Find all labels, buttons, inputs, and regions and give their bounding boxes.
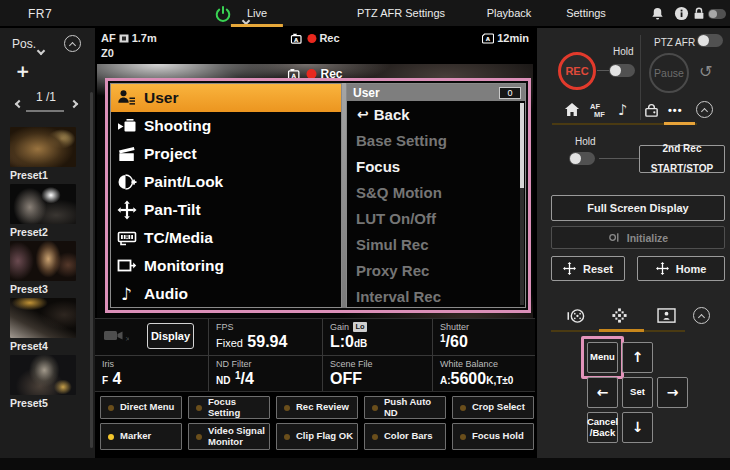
panel-collapse-button[interactable]	[696, 101, 713, 118]
notifications-button[interactable]	[650, 6, 665, 26]
add-preset-button[interactable]: ＋	[13, 61, 32, 80]
tab-audio[interactable]: ♪	[618, 101, 628, 119]
assign-button-push-auto-nd[interactable]: Push Auto ND	[364, 396, 446, 419]
tab-camera[interactable]	[643, 102, 660, 118]
assign-button-focus-setting[interactable]: Focus Setting	[188, 396, 270, 419]
submenu-item-focus[interactable]: Focus	[347, 153, 525, 179]
menu-item-tc-media[interactable]: TC/Media	[111, 224, 341, 252]
tab-af-mf[interactable]: AFMF	[590, 103, 605, 119]
preset-thumbnail	[10, 127, 76, 167]
assign-button-color-bars[interactable]: Color Bars	[364, 423, 446, 450]
assign-button-clip-flag-ok[interactable]: Clip Flag OK	[276, 423, 358, 450]
tab-playback[interactable]: Playback	[487, 0, 532, 26]
initialize-button[interactable]: Initialize	[551, 226, 725, 249]
preset-item-4[interactable]: Preset4	[10, 298, 76, 352]
assign-button-marker[interactable]: Marker	[100, 423, 182, 450]
full-screen-display-button[interactable]: Full Screen Display	[551, 195, 725, 221]
sidebar-scrollbar[interactable]	[90, 92, 93, 448]
tilt-up-button[interactable]: ↑	[622, 342, 653, 373]
fps-cell[interactable]: FPS Fixed 59.94	[208, 319, 322, 355]
tab-live[interactable]: Live	[247, 0, 267, 26]
shutter-cell[interactable]: Shutter 1/60	[432, 319, 535, 355]
assign-button-video-signal-monitor[interactable]: Video Signal Monitor	[188, 423, 270, 450]
assign-button-rec-review[interactable]: Rec Review	[276, 396, 358, 419]
menu-item-shooting[interactable]: Shooting	[111, 112, 341, 140]
gain-unit: dB	[354, 338, 367, 349]
sidebar-collapse-button[interactable]	[64, 35, 81, 52]
submenu-item-proxy-rec[interactable]: Proxy Rec	[347, 257, 525, 283]
arrow-right-icon: →	[667, 385, 679, 400]
rec-button[interactable]: REC	[558, 52, 596, 90]
menu-item-user[interactable]: User	[111, 84, 341, 112]
submenu-item-lut-on-off[interactable]: LUT On/Off	[347, 205, 525, 231]
pause-button[interactable]: Pause	[649, 53, 689, 93]
preset-page-prev[interactable]	[16, 93, 22, 111]
menu-item-monitoring[interactable]: Monitoring	[111, 252, 341, 280]
tab-joystick-control[interactable]	[567, 307, 586, 325]
white-balance-cell[interactable]: White Balance A:5600K,T±0	[432, 355, 535, 391]
pan-tilt-home-button[interactable]: Home	[637, 256, 725, 281]
menu-button[interactable]: Menu	[587, 342, 618, 373]
info-button[interactable]	[674, 6, 689, 25]
tab-ptz-afr-settings[interactable]: PTZ AFR Settings	[357, 0, 445, 26]
preset-item-5[interactable]: Preset5	[10, 355, 76, 409]
power-button[interactable]	[214, 5, 232, 27]
tab-home-position[interactable]	[564, 102, 580, 117]
pan-right-button[interactable]: →	[657, 377, 688, 408]
rec-hold-toggle[interactable]	[609, 64, 635, 77]
pan-tilt-cross-icon	[563, 262, 576, 275]
tab-dpad-control[interactable]	[611, 307, 628, 324]
assign-button-focus-hold[interactable]: Focus Hold	[452, 423, 534, 450]
submenu-item-simul-rec[interactable]: Simul Rec	[347, 231, 525, 257]
cancel-back-button[interactable]: Cancel /Back	[587, 412, 618, 443]
scene-file-cell[interactable]: Scene File OFF	[322, 355, 432, 391]
rec-status: A Rec	[290, 32, 339, 44]
restart-icon[interactable]: ↺	[699, 62, 712, 81]
second-rec-hold-toggle[interactable]	[569, 152, 595, 165]
tab-more[interactable]: •••	[668, 104, 683, 116]
tab-subject-tracking[interactable]	[657, 308, 676, 324]
preset-item-1[interactable]: Preset1	[10, 127, 76, 181]
assign-button-crop-select[interactable]: Crop Select	[452, 396, 534, 419]
app-title: FR7	[28, 7, 52, 21]
tab-settings[interactable]: Settings	[566, 0, 606, 26]
scene-label: Scene File	[330, 359, 432, 369]
submenu-scrollbar[interactable]	[520, 103, 524, 305]
camera-menu-sub-pane: User 0 ↩ Back Base Setting Focus S&Q Mot…	[346, 83, 526, 308]
second-rec-button[interactable]: 2nd Rec START/STOP	[639, 145, 725, 173]
tilt-down-button[interactable]: ↓	[622, 412, 653, 443]
preset-item-3[interactable]: Preset3	[10, 241, 76, 295]
display-button[interactable]: Display	[147, 323, 194, 349]
pan-tilt-reset-button[interactable]: Reset	[551, 256, 625, 281]
submenu-item-back[interactable]: ↩ Back	[347, 101, 525, 127]
preset-group-dropdown[interactable]	[38, 40, 44, 58]
set-button[interactable]: Set	[622, 377, 653, 408]
nd-filter-cell[interactable]: ND Filter ND 1/4	[208, 355, 322, 391]
preset-label: Preset1	[10, 169, 76, 181]
bell-icon	[650, 6, 665, 22]
menu-item-project[interactable]: Project	[111, 140, 341, 168]
scrollbar-thumb[interactable]	[520, 103, 524, 188]
menu-item-audio[interactable]: ♪ Audio	[111, 280, 341, 308]
menu-item-pan-tilt[interactable]: Pan-Tilt	[111, 196, 341, 224]
ptz-afr-label: PTZ AFR	[654, 37, 695, 48]
iris-cell[interactable]: Iris F 4	[95, 355, 208, 391]
submenu-item-base-setting[interactable]: Base Setting	[347, 127, 525, 153]
pan-left-button[interactable]: ←	[587, 377, 618, 408]
assign-button-direct-menu[interactable]: Direct Menu	[100, 396, 182, 419]
pan-tilt-collapse-button[interactable]	[693, 307, 710, 324]
submenu-item-interval-rec[interactable]: Interval Rec	[347, 283, 525, 308]
lock-toggle[interactable]	[708, 9, 726, 19]
wb-prefix: A:	[440, 375, 451, 386]
preset-page-indicator	[26, 110, 64, 112]
audio-note-icon: ♪	[116, 284, 137, 304]
submenu-item-sq-motion[interactable]: S&Q Motion	[347, 179, 525, 205]
svg-text:×: ×	[125, 335, 129, 343]
gain-cell[interactable]: GainLo L:0dB	[322, 319, 432, 355]
preset-item-2[interactable]: Preset2	[10, 184, 76, 238]
dpad-dots-icon	[611, 307, 628, 324]
preset-page-next[interactable]	[71, 93, 77, 111]
menu-item-paint-look[interactable]: Paint/Look	[111, 168, 341, 196]
lock-icon	[692, 6, 706, 25]
ptz-afr-toggle[interactable]	[697, 34, 723, 47]
